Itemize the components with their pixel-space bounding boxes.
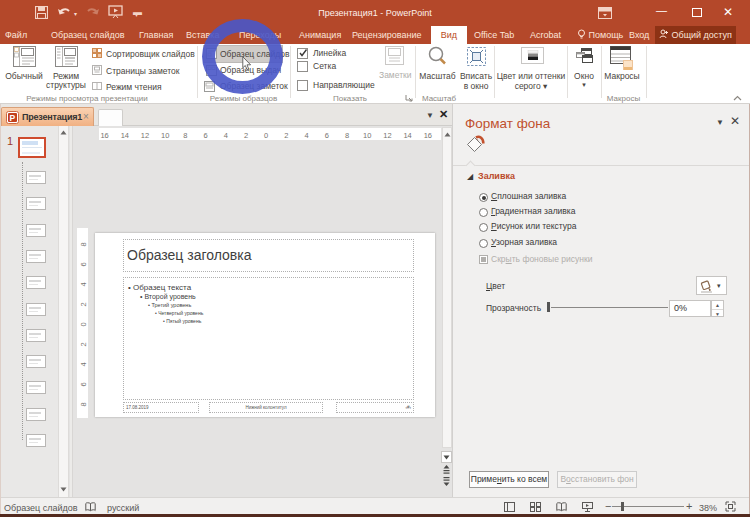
svg-text:P: P [10,113,16,123]
